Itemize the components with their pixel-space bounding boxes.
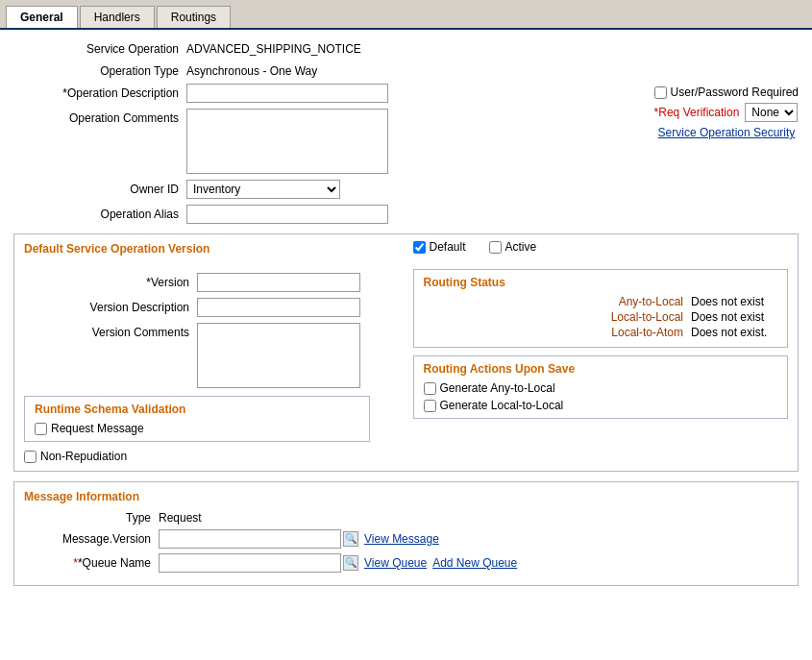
version-desc-input[interactable]: Advanced Shipping Notice — [197, 298, 360, 317]
version-label: *Version — [24, 273, 197, 289]
operation-type-label: Operation Type — [13, 61, 186, 78]
version-desc-row: Version Description Advanced Shipping No… — [24, 298, 400, 317]
active-checkbox[interactable] — [489, 241, 502, 254]
generate-any-to-local-label: Generate Any-to-Local — [440, 381, 555, 395]
operation-comments-row: Operation Comments — [13, 109, 626, 174]
right-section: Default Active Routing Status Any-to-Loc… — [413, 240, 789, 463]
non-repudiation-row: Non-Repudiation — [24, 450, 400, 463]
local-to-local-label: Local-to-Local — [597, 310, 683, 324]
tab-handlers[interactable]: Handlers — [80, 6, 155, 28]
routing-status-box: Routing Status Any-to-Local Does not exi… — [413, 269, 789, 348]
view-message-link[interactable]: View Message — [364, 532, 439, 546]
operation-description-section: *Operation Description Advanced Shipping… — [13, 84, 799, 180]
version-comments-row: Version Comments — [24, 323, 400, 388]
generate-any-to-local-row: Generate Any-to-Local — [424, 381, 778, 395]
message-version-row: Message.Version ADVANCED_SHIPPING_NOTICE… — [24, 529, 788, 549]
operation-alias-input[interactable] — [186, 205, 388, 224]
type-row: Type Request — [24, 511, 788, 525]
non-repudiation-checkbox[interactable] — [24, 451, 37, 463]
message-info-section: Message Information Type Request Message… — [13, 481, 799, 586]
service-operation-row: Service Operation ADVANCED_SHIPPING_NOTI… — [13, 39, 799, 56]
non-repudiation-label: Non-Repudiation — [40, 450, 127, 463]
default-checkbox[interactable] — [413, 241, 426, 254]
operation-alias-label: Operation Alias — [13, 205, 186, 221]
right-panel: User/Password Required *Req Verification… — [654, 86, 799, 139]
local-to-local-row: Local-to-Local Does not exist — [424, 310, 778, 324]
default-version-section: Default Service Operation Version *Versi… — [13, 233, 799, 472]
queue-name-label: **Queue Name — [24, 556, 159, 570]
request-message-checkbox[interactable] — [35, 423, 47, 435]
tab-bar: General Handlers Routings — [0, 0, 812, 30]
type-label: Type — [24, 511, 159, 525]
req-verification-select[interactable]: None — [745, 103, 798, 122]
routing-actions-box: Routing Actions Upon Save Generate Any-t… — [413, 355, 789, 419]
routing-actions-title: Routing Actions Upon Save — [424, 362, 778, 376]
operation-description-label: *Operation Description — [13, 84, 186, 100]
local-to-atom-value: Does not exist. — [691, 326, 777, 339]
any-to-local-label: Any-to-Local — [597, 295, 683, 308]
active-checkbox-group: Active — [489, 240, 537, 254]
queue-name-row: **Queue Name ADVANCED_SHIPPING_NOTICE 🔍 … — [24, 553, 788, 573]
version-comments-input[interactable] — [197, 323, 360, 388]
any-to-local-value: Does not exist — [691, 295, 777, 308]
owner-id-select[interactable]: Inventory — [186, 180, 340, 199]
local-to-local-value: Does not exist — [691, 310, 777, 324]
user-password-label: User/Password Required — [671, 86, 799, 99]
section-inner: *Version VERSION_2 Version Description A… — [24, 263, 788, 463]
main-content: Service Operation ADVANCED_SHIPPING_NOTI… — [0, 30, 812, 605]
left-section: *Version VERSION_2 Version Description A… — [24, 263, 400, 463]
message-info-title: Message Information — [24, 490, 788, 503]
any-to-local-row: Any-to-Local Does not exist — [424, 295, 778, 308]
operation-comments-input[interactable] — [186, 109, 388, 174]
owner-id-row: Owner ID Inventory — [13, 180, 799, 199]
operation-description-row: *Operation Description Advanced Shipping… — [13, 84, 626, 103]
message-version-label: Message.Version — [24, 532, 159, 546]
queue-name-input[interactable]: ADVANCED_SHIPPING_NOTICE — [159, 553, 341, 573]
operation-description-input[interactable]: Advanced Shipping Notice — [186, 84, 388, 103]
default-checkbox-group: Default — [413, 240, 466, 254]
view-queue-link[interactable]: View Queue — [364, 556, 427, 570]
message-version-input[interactable]: ADVANCED_SHIPPING_NOTICE.VERS — [159, 529, 341, 549]
local-to-atom-row: Local-to-Atom Does not exist. — [424, 326, 778, 339]
operation-type-row: Operation Type Asynchronous - One Way — [13, 61, 799, 78]
schema-validation-box: Runtime Schema Validation Request Messag… — [24, 396, 370, 442]
req-verification-label: *Req Verification — [654, 106, 740, 119]
owner-id-label: Owner ID — [13, 180, 186, 196]
queue-name-search-icon[interactable]: 🔍 — [343, 555, 358, 571]
generate-any-to-local-checkbox[interactable] — [424, 382, 436, 395]
service-operation-value: ADVANCED_SHIPPING_NOTICE — [186, 39, 361, 56]
type-value: Request — [159, 511, 202, 525]
routing-status-title: Routing Status — [424, 276, 778, 289]
add-new-queue-link[interactable]: Add New Queue — [432, 556, 517, 570]
operation-comments-label: Operation Comments — [13, 109, 186, 125]
request-message-label: Request Message — [51, 422, 144, 435]
tab-general[interactable]: General — [6, 6, 78, 28]
user-password-checkbox[interactable] — [654, 86, 667, 99]
user-password-row: User/Password Required — [654, 86, 799, 99]
version-row: *Version VERSION_2 — [24, 273, 400, 292]
version-comments-label: Version Comments — [24, 323, 197, 339]
version-desc-label: Version Description — [24, 298, 197, 314]
version-input[interactable]: VERSION_2 — [197, 273, 360, 292]
schema-title: Runtime Schema Validation — [35, 403, 359, 416]
default-label: Default — [430, 240, 466, 254]
service-operation-label: Service Operation — [13, 39, 186, 56]
req-verification-row: *Req Verification None — [654, 103, 799, 122]
generate-local-to-local-label: Generate Local-to-Local — [440, 399, 564, 412]
operation-alias-row: Operation Alias — [13, 205, 799, 224]
generate-local-to-local-checkbox[interactable] — [424, 400, 436, 412]
service-op-security-link[interactable]: Service Operation Security — [654, 126, 799, 139]
message-version-search-icon[interactable]: 🔍 — [343, 531, 358, 547]
request-message-row: Request Message — [35, 422, 359, 435]
generate-local-to-local-row: Generate Local-to-Local — [424, 399, 778, 412]
local-to-atom-label: Local-to-Atom — [597, 326, 683, 339]
active-label: Active — [505, 240, 537, 254]
tab-routings[interactable]: Routings — [157, 6, 231, 28]
default-active-checkboxes: Default Active — [413, 240, 789, 254]
operation-type-value: Asynchronous - One Way — [186, 61, 317, 78]
